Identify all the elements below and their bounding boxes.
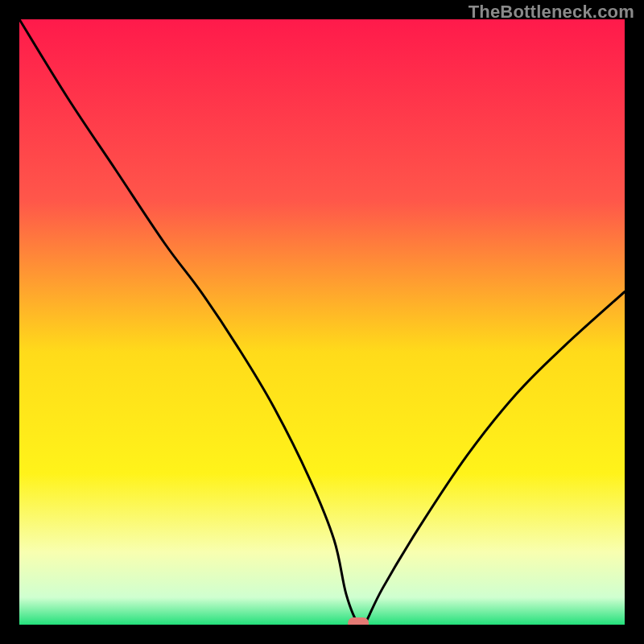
chart-frame: TheBottleneck.com xyxy=(0,0,644,644)
bottleneck-chart xyxy=(0,0,644,644)
gradient-background xyxy=(19,19,625,625)
watermark-text: TheBottleneck.com xyxy=(469,2,634,23)
optimal-point-marker xyxy=(348,617,369,629)
